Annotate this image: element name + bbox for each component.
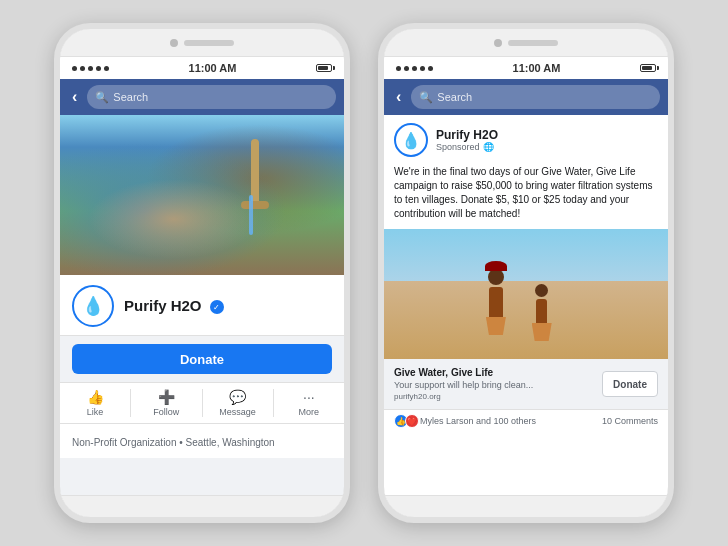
signal-dots-left	[72, 66, 109, 71]
search-text-left: Search	[113, 91, 148, 103]
scene: 11:00 AM ‹ 🔍 Search	[0, 0, 728, 546]
bottom-bezel-right	[384, 495, 668, 517]
post-body: We're in the final two days of our Give …	[384, 165, 668, 229]
post-header-info: Purify H2O Sponsored 🌐	[436, 128, 658, 152]
dot5r	[428, 66, 433, 71]
status-time-right: 11:00 AM	[513, 62, 561, 74]
back-button-right[interactable]: ‹	[392, 84, 405, 110]
search-text-right: Search	[437, 91, 472, 103]
search-bar-right[interactable]: 🔍 Search	[411, 85, 660, 109]
person-silhouette-2	[532, 284, 552, 339]
search-bar-left[interactable]: 🔍 Search	[87, 85, 336, 109]
camera-left	[170, 39, 178, 47]
post-reactions: 👍 ❤️ Myles Larson and 100 others	[394, 414, 536, 428]
top-bezel-right	[384, 29, 668, 57]
status-icons-left	[316, 64, 332, 72]
post-footer: 👍 ❤️ Myles Larson and 100 others 10 Comm…	[384, 409, 668, 432]
person-1-skirt	[486, 317, 506, 335]
post-card: 💧 Purify H2O Sponsored 🌐 We're in the fi…	[384, 115, 668, 495]
reaction-text: Myles Larson and 100 others	[420, 416, 536, 426]
donate-button-right[interactable]: Donate	[602, 371, 658, 397]
fb-nav-left: ‹ 🔍 Search	[60, 79, 344, 115]
reaction-like-2: ❤️	[405, 414, 419, 428]
action-bar: 👍 Like ➕ Follow 💬 Message ··· More	[60, 382, 344, 424]
post-link-title: Give Water, Give Life	[394, 367, 594, 378]
phone-left: 11:00 AM ‹ 🔍 Search	[54, 23, 350, 523]
action-follow[interactable]: ➕ Follow	[131, 383, 201, 423]
post-header: 💧 Purify H2O Sponsored 🌐	[384, 115, 668, 165]
dot1	[72, 66, 77, 71]
battery-icon-left	[316, 64, 332, 72]
dot2	[80, 66, 85, 71]
sponsored-text: Sponsored	[436, 142, 480, 152]
top-bezel-left	[60, 29, 344, 57]
profile-name-wrap: Purify H2O	[124, 297, 224, 315]
post-link-url: purifyh20.org	[394, 392, 594, 401]
more-label: More	[299, 407, 320, 417]
back-button-left[interactable]: ‹	[68, 84, 81, 110]
follow-label: Follow	[153, 407, 179, 417]
cover-scene	[60, 115, 344, 275]
person-2-skirt	[532, 323, 552, 341]
fb-nav-right: ‹ 🔍 Search	[384, 79, 668, 115]
post-link-info: Give Water, Give Life Your support will …	[394, 367, 594, 401]
dot1r	[396, 66, 401, 71]
reaction-avatars: 👍 ❤️	[394, 414, 416, 428]
globe-icon: 🌐	[483, 142, 494, 152]
message-icon: 💬	[229, 389, 246, 405]
bottom-bezel-left	[60, 495, 344, 517]
person-2-body	[536, 299, 547, 323]
status-bar-left: 11:00 AM	[60, 57, 344, 79]
post-avatar-icon: 💧	[401, 131, 421, 150]
page-info-text: Non-Profit Organization • Seattle, Washi…	[72, 437, 275, 448]
post-link-section: Give Water, Give Life Your support will …	[384, 359, 668, 409]
more-icon: ···	[303, 389, 315, 405]
dot4r	[420, 66, 425, 71]
post-image	[384, 229, 668, 359]
page-info: Non-Profit Organization • Seattle, Washi…	[60, 424, 344, 458]
dot2r	[404, 66, 409, 71]
cover-photo	[60, 115, 344, 275]
post-sponsored: Sponsored 🌐	[436, 142, 658, 152]
status-bar-right: 11:00 AM	[384, 57, 668, 79]
search-icon-right: 🔍	[419, 91, 433, 104]
dot4	[96, 66, 101, 71]
post-image-scene	[384, 229, 668, 359]
post-page-name: Purify H2O	[436, 128, 658, 142]
status-time-left: 11:00 AM	[189, 62, 237, 74]
message-label: Message	[219, 407, 256, 417]
phone-right: 11:00 AM ‹ 🔍 Search 💧 Pur	[378, 23, 674, 523]
status-icons-right	[640, 64, 656, 72]
dot5	[104, 66, 109, 71]
follow-icon: ➕	[158, 389, 175, 405]
verified-icon	[210, 300, 224, 314]
donate-button-left[interactable]: Donate	[72, 344, 332, 374]
phone-content-left: 💧 Purify H2O Donate 👍 Like ➕ Follow	[60, 115, 344, 495]
hands-shape	[88, 179, 258, 259]
signal-dots-right	[396, 66, 433, 71]
speaker-left	[184, 40, 234, 46]
dot3	[88, 66, 93, 71]
profile-section: 💧 Purify H2O	[60, 275, 344, 336]
person-2-head	[535, 284, 548, 297]
action-like[interactable]: 👍 Like	[60, 383, 130, 423]
sky-bg	[384, 229, 668, 288]
post-avatar: 💧	[394, 123, 428, 157]
person-silhouette-1	[483, 269, 508, 339]
profile-logo: 💧	[72, 285, 114, 327]
action-message[interactable]: 💬 Message	[203, 383, 273, 423]
dot3r	[412, 66, 417, 71]
water-drop-icon: 💧	[82, 295, 104, 317]
like-icon: 👍	[87, 389, 104, 405]
person-1-body	[489, 287, 503, 317]
speaker-right	[508, 40, 558, 46]
person-1-head	[488, 269, 504, 285]
bowl-on-head	[485, 261, 507, 271]
like-emoji-2: ❤️	[407, 417, 417, 426]
page-name-left: Purify H2O	[124, 297, 202, 314]
like-label: Like	[87, 407, 104, 417]
ground-bg	[384, 281, 668, 359]
post-link-desc: Your support will help bring clean...	[394, 380, 594, 390]
action-more[interactable]: ··· More	[274, 383, 344, 423]
battery-icon-right	[640, 64, 656, 72]
